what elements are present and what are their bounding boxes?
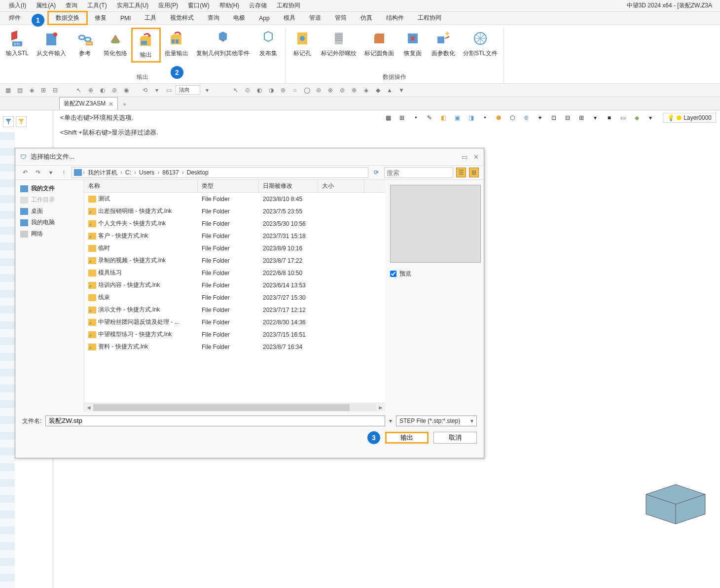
file-row[interactable]: ↗录制的视频 - 快捷方式.lnkFile Folder2023/8/7 17:… <box>84 254 385 267</box>
view-icon[interactable]: ⊡ <box>548 112 559 123</box>
qt-icon[interactable]: ⊙ <box>243 85 252 95</box>
cancel-button[interactable]: 取消 <box>433 432 477 444</box>
tab-tools2[interactable]: 工具 <box>138 12 163 24</box>
filename-input[interactable] <box>45 415 385 426</box>
qt-icon[interactable]: ◈ <box>27 85 36 95</box>
filter-settings-icon[interactable] <box>16 116 27 127</box>
btn-export[interactable]: 输出 <box>131 28 161 63</box>
col-date[interactable]: 日期被修改 <box>259 180 318 192</box>
qt-icon[interactable]: ⊕ <box>86 85 96 95</box>
sidebar-my-files[interactable]: 我的文件 <box>18 183 81 194</box>
close-icon[interactable]: ✕ <box>473 153 479 161</box>
file-row[interactable]: ↗个人文件夹 - 快捷方式.lnkFile Folder2023/5/30 10… <box>84 217 385 230</box>
breadcrumb-seg[interactable]: Desktop <box>185 169 211 176</box>
btn-import-file[interactable]: 从文件输入 <box>33 28 70 63</box>
file-row[interactable]: 模具练习File Folder2022/6/8 10:50 <box>84 267 385 279</box>
nav-back-icon[interactable]: ↶ <box>20 168 30 177</box>
menu-help[interactable]: 帮助(H) <box>215 0 245 11</box>
qt-icon[interactable]: ◐ <box>98 85 108 95</box>
view-icon[interactable]: ▾ <box>645 112 656 123</box>
menu-query[interactable]: 查询 <box>61 0 82 11</box>
tab-visual[interactable]: 视觉样式 <box>163 12 201 24</box>
view-icon[interactable]: ⊕ <box>521 112 532 123</box>
view-icon[interactable]: ◆ <box>631 112 642 123</box>
btn-split-stl[interactable]: 分割STL文件 <box>459 28 502 60</box>
qt-icon[interactable]: ▤ <box>15 85 25 95</box>
qt-icon[interactable]: ▾ <box>202 85 212 95</box>
btn-simplify[interactable]: 简化包络 <box>100 28 131 63</box>
view-icon[interactable]: ▭ <box>617 112 628 123</box>
view-list-icon[interactable]: ☰ <box>456 168 466 177</box>
btn-copy-geom[interactable]: 复制几何到其他零件 <box>192 28 253 63</box>
qt-icon[interactable]: ▦ <box>3 85 13 95</box>
qt-icon[interactable]: ◉ <box>121 85 131 95</box>
file-row[interactable]: ↗出差报销明细 - 快捷方式.lnkFile Folder2023/7/5 23… <box>84 205 385 217</box>
tab-query2[interactable]: 查询 <box>201 12 226 24</box>
qt-icon[interactable]: ▭ <box>164 85 174 95</box>
tab-welding[interactable]: 焊件 <box>2 12 28 24</box>
filter-icon[interactable] <box>3 116 14 127</box>
qt-icon[interactable]: ▼ <box>396 85 406 95</box>
qt-icon[interactable]: ⊞ <box>38 85 48 95</box>
tab-structure[interactable]: 结构件 <box>379 12 411 24</box>
view-icon[interactable]: • <box>479 112 490 123</box>
scroll-right-icon[interactable]: ► <box>376 404 385 411</box>
breadcrumb[interactable]: › 我的计算机 › C: › Users › 86137 › Desktop <box>72 167 368 178</box>
view-icon[interactable]: ◧ <box>438 112 449 123</box>
breadcrumb-seg[interactable]: C: <box>123 169 133 176</box>
view-icon[interactable]: ■ <box>604 112 614 123</box>
nav-forward-icon[interactable]: ↷ <box>33 168 43 177</box>
sidebar-network[interactable]: 网络 <box>18 228 81 240</box>
qt-combo-direction[interactable]: 法向 <box>176 85 200 95</box>
qt-icon[interactable]: ⊚ <box>278 85 288 95</box>
view-icon[interactable]: ⬡ <box>507 112 518 123</box>
btn-param-face[interactable]: 面参数化 <box>428 28 459 60</box>
view-grid-icon[interactable]: ⊞ <box>469 168 479 177</box>
btn-reference[interactable]: REF 参考 <box>70 28 100 63</box>
view-icon[interactable]: ▣ <box>452 112 463 123</box>
menu-utilities[interactable]: 实用工具(U) <box>112 0 154 11</box>
qt-icon[interactable]: ▲ <box>385 85 395 95</box>
qt-icon[interactable]: ⊘ <box>337 85 347 95</box>
file-row[interactable]: ↗客户 - 快捷方式.lnkFile Folder2023/7/31 15:18 <box>84 230 385 242</box>
scroll-track[interactable] <box>93 404 376 411</box>
qt-icon[interactable]: ▾ <box>152 85 162 95</box>
nav-dropdown-icon[interactable]: ▾ <box>46 168 56 177</box>
view-icon[interactable]: ⊞ <box>396 112 407 123</box>
qt-icon[interactable]: ○ <box>290 85 300 95</box>
col-size[interactable]: 大小 <box>318 180 364 192</box>
view-icon[interactable]: ▾ <box>590 112 601 123</box>
refresh-icon[interactable]: ⟳ <box>371 168 381 177</box>
view-icon[interactable]: ✦ <box>535 112 545 123</box>
menu-tools[interactable]: 工具(T) <box>82 0 111 11</box>
preview-check-input[interactable] <box>390 271 396 277</box>
menu-attributes[interactable]: 属性(A) <box>31 0 61 11</box>
btn-import-stl[interactable]: STL 输入STL <box>2 28 33 63</box>
breadcrumb-seg[interactable]: 86137 <box>160 169 180 176</box>
view-icon[interactable]: ▦ <box>383 112 394 123</box>
file-row[interactable]: ↗演示文件 - 快捷方式.lnkFile Folder2023/7/17 12:… <box>84 304 385 316</box>
btn-restore-face[interactable]: 恢复面 <box>398 28 428 60</box>
file-row[interactable]: ↗资料 - 快捷方式.lnkFile Folder2023/8/7 16:34 <box>84 341 385 353</box>
layer-selector[interactable]: 💡 Layer0000 <box>663 113 716 123</box>
btn-batch-export[interactable]: 批量输出 <box>161 28 192 63</box>
file-row[interactable]: 测试File Folder2023/8/10 8:45 <box>84 193 385 205</box>
qt-icon[interactable]: ◑ <box>266 85 276 95</box>
file-row[interactable]: ↗培训内容 - 快捷方式.lnkFile Folder2023/6/14 13:… <box>84 279 385 291</box>
file-row[interactable]: 临时File Folder2023/8/9 10:16 <box>84 242 385 254</box>
close-icon[interactable]: ✕ <box>108 101 113 107</box>
menu-collab[interactable]: 工程协同 <box>272 0 305 11</box>
btn-mark-fillet[interactable]: 标记圆角面 <box>360 28 398 60</box>
qt-icon[interactable]: ◯ <box>302 85 312 95</box>
view-icon[interactable]: ⊞ <box>576 112 587 123</box>
qt-icon[interactable]: ⊗ <box>325 85 335 95</box>
tab-tube[interactable]: 管筒 <box>328 12 354 24</box>
menu-window[interactable]: 窗口(W) <box>183 0 214 11</box>
nav-up-icon[interactable]: ↑ <box>59 168 69 177</box>
scroll-left-icon[interactable]: ◄ <box>84 404 93 411</box>
view-icon[interactable]: ⊟ <box>562 112 573 123</box>
sidebar-computer[interactable]: 我的电脑 <box>18 217 81 228</box>
tab-simulation[interactable]: 仿真 <box>354 12 379 24</box>
btn-publish-set[interactable]: 发布集 <box>253 28 283 63</box>
qt-icon[interactable]: ⊕ <box>349 85 359 95</box>
